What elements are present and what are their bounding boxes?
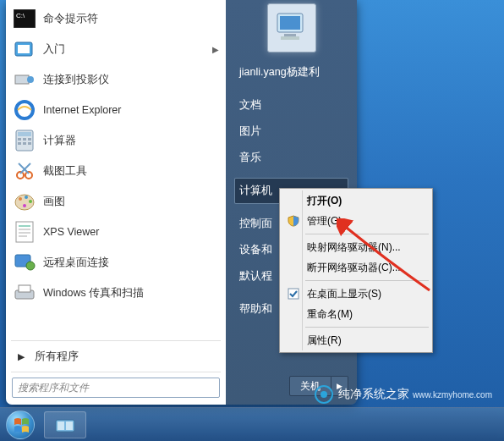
separator (305, 234, 429, 234)
program-label: 命令提示符 (43, 12, 219, 26)
context-menu: 打开(O) 管理(G) 映射网络驱动器(N)... 断开网络驱动器(C)... … (279, 188, 433, 353)
all-programs-label: 所有程序 (35, 350, 219, 364)
shield-icon (286, 213, 301, 229)
windows-logo-icon (6, 411, 35, 439)
program-label: 远程桌面连接 (43, 256, 219, 270)
program-label: 画图 (43, 195, 219, 209)
program-item-rdp[interactable]: 远程桌面连接 (6, 247, 226, 278)
svg-rect-3 (18, 45, 30, 53)
fax-icon (13, 281, 36, 305)
svg-rect-37 (288, 289, 299, 299)
ctx-label: 断开网络驱动器(C)... (307, 261, 401, 275)
pictures-link[interactable]: 图片 (234, 119, 348, 145)
program-label: Internet Explorer (43, 104, 219, 116)
svg-rect-14 (28, 142, 31, 145)
explorer-icon (55, 416, 75, 433)
svg-rect-12 (18, 142, 21, 145)
ctx-label: 在桌面上显示(S) (307, 287, 381, 301)
separator (11, 340, 221, 341)
ie-icon (13, 98, 36, 122)
ctx-show-on-desktop[interactable]: 在桌面上显示(S) (282, 284, 430, 304)
snipping-icon (13, 159, 36, 183)
svg-rect-35 (284, 34, 296, 36)
start-menu-left-pane: C:\ 命令提示符 入门 ▶ 连接到投影仪 (6, 0, 226, 405)
svg-rect-41 (58, 422, 64, 430)
watermark-logo-icon (315, 385, 333, 404)
svg-rect-24 (16, 222, 33, 242)
program-label: XPS Viewer (43, 226, 219, 238)
svg-rect-11 (28, 138, 31, 141)
xps-icon (13, 220, 36, 244)
program-item-fax[interactable]: Windows 传真和扫描 (6, 278, 226, 308)
program-label: 连接到投影仪 (43, 73, 219, 87)
ctx-properties[interactable]: 属性(R) (282, 330, 430, 350)
separator (305, 280, 429, 281)
submenu-arrow-icon: ▶ (212, 45, 219, 54)
svg-rect-36 (281, 36, 299, 40)
program-label: Windows 传真和扫描 (43, 286, 219, 300)
ctx-label: 重命名(M) (307, 307, 353, 322)
separator (305, 327, 429, 328)
svg-rect-32 (19, 285, 30, 292)
svg-point-30 (26, 262, 35, 270)
ctx-label: 管理(G) (307, 214, 342, 229)
svg-text:C:\: C:\ (16, 12, 25, 19)
projector-icon (13, 68, 36, 91)
svg-point-22 (29, 200, 32, 203)
program-item-paint[interactable]: 画图 (6, 186, 226, 217)
program-item-cmd[interactable]: C:\ 命令提示符 (6, 3, 226, 34)
music-link[interactable]: 音乐 (234, 145, 348, 171)
ctx-label: 打开(O) (307, 194, 342, 208)
svg-rect-8 (18, 132, 31, 136)
svg-point-23 (23, 204, 26, 207)
program-item-xps[interactable]: XPS Viewer (6, 217, 226, 247)
svg-point-39 (320, 391, 327, 398)
documents-link[interactable]: 文档 (234, 92, 348, 119)
program-item-projector[interactable]: 连接到投影仪 (6, 64, 226, 95)
program-item-ie[interactable]: Internet Explorer (6, 95, 226, 125)
desktop: C:\ 命令提示符 入门 ▶ 连接到投影仪 (0, 0, 504, 441)
ctx-open[interactable]: 打开(O) (282, 190, 430, 211)
svg-point-20 (19, 197, 22, 201)
ctx-label: 属性(R) (307, 334, 342, 348)
ctx-rename[interactable]: 重命名(M) (282, 304, 430, 324)
svg-point-21 (25, 196, 28, 199)
chevron-right-icon: ▶ (13, 351, 30, 362)
all-programs-button[interactable]: ▶ 所有程序 (6, 343, 226, 370)
user-picture[interactable] (267, 3, 316, 52)
program-label: 截图工具 (43, 164, 219, 179)
ctx-manage[interactable]: 管理(G) (282, 211, 430, 231)
svg-rect-10 (23, 138, 26, 141)
check-icon (286, 286, 301, 301)
rdp-icon (13, 251, 36, 274)
watermark-url: www.kzmyhome.com (413, 390, 492, 400)
ctx-disconnect-drive[interactable]: 断开网络驱动器(C)... (282, 257, 430, 278)
program-list: C:\ 命令提示符 入门 ▶ 连接到投影仪 (6, 3, 226, 339)
getting-started-icon (13, 37, 36, 61)
program-item-calculator[interactable]: 计算器 (6, 125, 226, 156)
username-link[interactable]: jianli.yang杨建利 (234, 59, 348, 85)
paint-icon (13, 190, 36, 213)
search-input[interactable] (12, 378, 220, 398)
svg-rect-34 (280, 16, 300, 30)
svg-rect-13 (23, 142, 26, 145)
program-label: 计算器 (43, 134, 219, 148)
calculator-icon (13, 129, 36, 152)
start-button[interactable] (0, 408, 41, 442)
watermark: 纯净系统之家 www.kzmyhome.com (315, 385, 492, 404)
svg-rect-4 (15, 75, 29, 84)
ctx-map-drive[interactable]: 映射网络驱动器(N)... (282, 237, 430, 257)
program-item-getting-started[interactable]: 入门 ▶ (6, 34, 226, 64)
cmd-icon: C:\ (13, 7, 36, 30)
program-item-snipping[interactable]: 截图工具 (6, 156, 226, 186)
ctx-label: 映射网络驱动器(N)... (307, 240, 401, 255)
program-label: 入门 (43, 42, 212, 57)
search-container (12, 378, 220, 398)
svg-rect-42 (66, 422, 73, 430)
taskbar (0, 407, 504, 441)
separator (11, 372, 221, 372)
computer-monitor-icon (272, 8, 311, 47)
taskbar-item[interactable] (44, 411, 86, 438)
svg-point-5 (27, 76, 34, 83)
svg-rect-9 (18, 138, 21, 141)
